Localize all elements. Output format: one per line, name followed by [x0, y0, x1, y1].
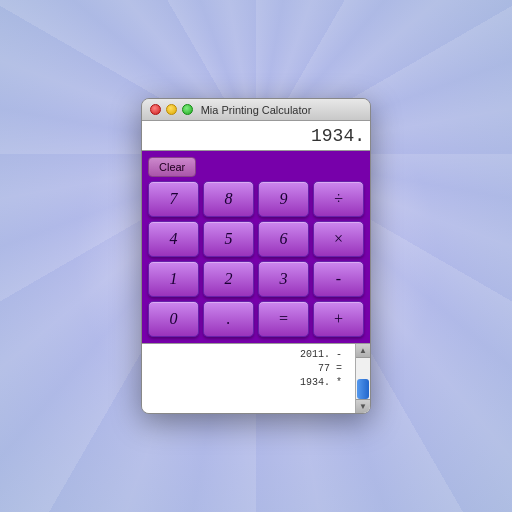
close-button[interactable] — [150, 104, 161, 115]
button-add[interactable]: + — [313, 301, 364, 337]
scroll-down-button[interactable]: ▼ — [356, 399, 370, 413]
button-2[interactable]: 2 — [203, 261, 254, 297]
tape-line-2: 77 = — [148, 362, 342, 376]
button-4[interactable]: 4 — [148, 221, 199, 257]
tape-area: 2011. - 77 = 1934. * ▲ ▼ — [142, 343, 370, 413]
tape-content: 2011. - 77 = 1934. * — [142, 344, 348, 413]
maximize-button[interactable] — [182, 104, 193, 115]
clear-row: Clear — [148, 157, 364, 177]
traffic-lights — [150, 104, 193, 115]
tape-line-1: 2011. - — [148, 348, 342, 362]
button-3[interactable]: 3 — [258, 261, 309, 297]
button-7[interactable]: 7 — [148, 181, 199, 217]
button-0[interactable]: 0 — [148, 301, 199, 337]
title-bar: Mia Printing Calculator — [142, 99, 370, 121]
window-title: Mia Printing Calculator — [201, 104, 312, 116]
calculator-body: Clear 7 8 9 ÷ 4 5 6 × 1 2 3 - 0 . = + — [142, 151, 370, 343]
button-decimal[interactable]: . — [203, 301, 254, 337]
tape-scrollbar: ▲ ▼ — [355, 344, 370, 413]
calculator-window: Mia Printing Calculator 1934. Clear 7 8 … — [141, 98, 371, 414]
scrollbar-track — [356, 358, 370, 399]
display-value: 1934. — [311, 126, 365, 146]
button-divide[interactable]: ÷ — [313, 181, 364, 217]
button-subtract[interactable]: - — [313, 261, 364, 297]
button-6[interactable]: 6 — [258, 221, 309, 257]
button-multiply[interactable]: × — [313, 221, 364, 257]
button-9[interactable]: 9 — [258, 181, 309, 217]
minimize-button[interactable] — [166, 104, 177, 115]
button-grid: 7 8 9 ÷ 4 5 6 × 1 2 3 - 0 . = + — [148, 181, 364, 337]
button-equals[interactable]: = — [258, 301, 309, 337]
clear-button[interactable]: Clear — [148, 157, 196, 177]
scrollbar-thumb[interactable] — [357, 379, 369, 399]
button-5[interactable]: 5 — [203, 221, 254, 257]
scroll-up-button[interactable]: ▲ — [356, 344, 370, 358]
tape-line-3: 1934. * — [148, 376, 342, 390]
display-screen: 1934. — [142, 121, 370, 151]
button-8[interactable]: 8 — [203, 181, 254, 217]
button-1[interactable]: 1 — [148, 261, 199, 297]
